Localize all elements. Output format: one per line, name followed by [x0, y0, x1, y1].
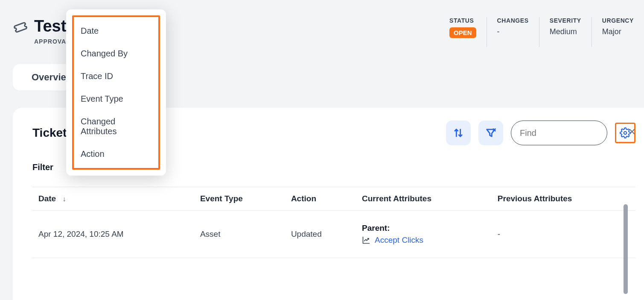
- column-settings-dropdown: Date Changed By Trace ID Event Type Chan…: [66, 9, 166, 176]
- attr-parent-label: Parent:: [362, 224, 486, 233]
- clear-filter-button[interactable]: [478, 121, 503, 145]
- cell-current: Parent: Accept Clicks: [356, 211, 492, 258]
- meta-changes-label: CHANGES: [497, 17, 529, 24]
- sort-button[interactable]: [446, 121, 471, 145]
- dropdown-item-changed-attributes[interactable]: Changed Attributes: [74, 110, 158, 143]
- dropdown-item-trace-id[interactable]: Trace ID: [74, 65, 158, 88]
- meta-severity-value: Medium: [550, 27, 581, 36]
- find-field[interactable]: [511, 121, 607, 145]
- meta-status-label: STATUS: [449, 17, 476, 24]
- dropdown-item-action[interactable]: Action: [74, 143, 158, 165]
- cell-event-type: Asset: [194, 211, 285, 258]
- meta-changes-value: -: [497, 27, 529, 36]
- col-event-type[interactable]: Event Type: [194, 187, 285, 211]
- dropdown-item-event-type[interactable]: Event Type: [74, 88, 158, 110]
- meta-severity-label: SEVERITY: [550, 17, 581, 24]
- chart-icon: [362, 236, 370, 244]
- col-previous[interactable]: Previous Attributes: [492, 187, 635, 211]
- section-title: Ticket: [32, 126, 67, 140]
- ticket-icon: [13, 20, 28, 37]
- approval-label: APPROVAL: [34, 38, 70, 45]
- dropdown-item-changed-by[interactable]: Changed By: [74, 42, 158, 65]
- clear-find-icon[interactable]: [628, 127, 636, 138]
- meta-urgency-value: Major: [602, 27, 634, 36]
- history-table: Date ↓ Event Type Action Current Attribu…: [32, 187, 635, 258]
- col-action[interactable]: Action: [285, 187, 356, 211]
- meta-panel: STATUS OPEN CHANGES - SEVERITY Medium UR…: [439, 17, 644, 47]
- col-date[interactable]: Date ↓: [32, 187, 194, 211]
- dropdown-item-date[interactable]: Date: [74, 20, 158, 42]
- cell-previous: -: [492, 211, 635, 258]
- col-current[interactable]: Current Attributes: [356, 187, 492, 211]
- find-input[interactable]: [520, 128, 628, 138]
- filter-label: Filter: [32, 162, 53, 172]
- cell-action: Updated: [285, 211, 356, 258]
- meta-urgency-label: URGENCY: [602, 17, 634, 24]
- status-badge: OPEN: [449, 27, 476, 38]
- table-row: Apr 12, 2024, 10:25 AM Asset Updated Par…: [32, 211, 635, 258]
- scrollbar[interactable]: [624, 204, 628, 294]
- page-title: Test: [34, 17, 70, 35]
- cell-date: Apr 12, 2024, 10:25 AM: [32, 211, 194, 258]
- attr-parent-link[interactable]: Accept Clicks: [362, 235, 486, 245]
- sort-desc-icon: ↓: [62, 195, 66, 203]
